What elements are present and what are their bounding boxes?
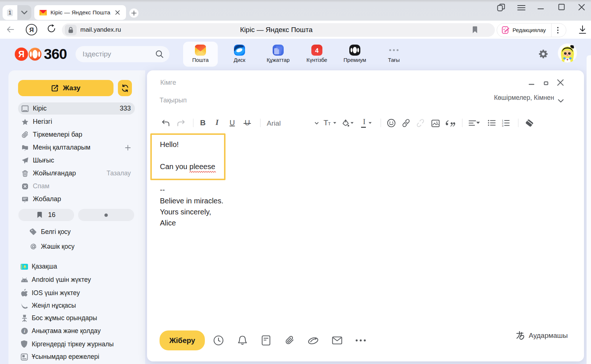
svg-text:i: i [24,328,25,334]
svg-text:Я: Я [18,49,25,59]
svg-text:4: 4 [315,47,319,54]
svg-text:1: 1 [8,9,11,15]
svg-text:3: 3 [502,124,503,127]
